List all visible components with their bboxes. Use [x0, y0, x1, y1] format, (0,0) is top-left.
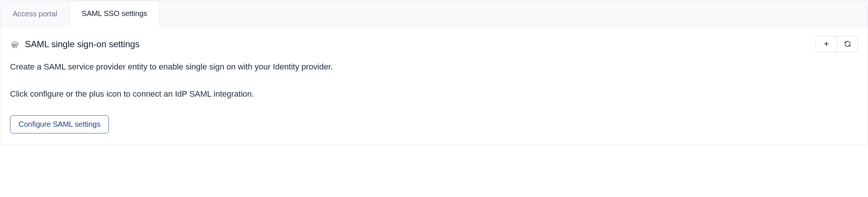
- panel-description: Create a SAML service provider entity to…: [10, 61, 858, 73]
- fingerprint-icon: [10, 39, 20, 49]
- tab-saml-sso-settings[interactable]: SAML SSO settings: [69, 1, 159, 26]
- panel-header: SAML single sign-on settings: [10, 36, 858, 52]
- action-button-group: [816, 36, 858, 52]
- tab-access-portal[interactable]: Access portal: [0, 1, 69, 26]
- page-title: SAML single sign-on settings: [25, 39, 140, 49]
- settings-container: Access portal SAML SSO settings SAML sin…: [0, 0, 868, 145]
- plus-icon: [823, 41, 830, 48]
- refresh-button[interactable]: [837, 36, 858, 52]
- add-button[interactable]: [816, 36, 837, 52]
- configure-saml-button[interactable]: Configure SAML settings: [10, 115, 109, 133]
- refresh-icon: [844, 41, 851, 48]
- panel-instruction: Click configure or the plus icon to conn…: [10, 89, 858, 99]
- title-wrap: SAML single sign-on settings: [10, 39, 140, 49]
- saml-panel: SAML single sign-on settings: [0, 26, 868, 145]
- tab-bar: Access portal SAML SSO settings: [0, 0, 868, 26]
